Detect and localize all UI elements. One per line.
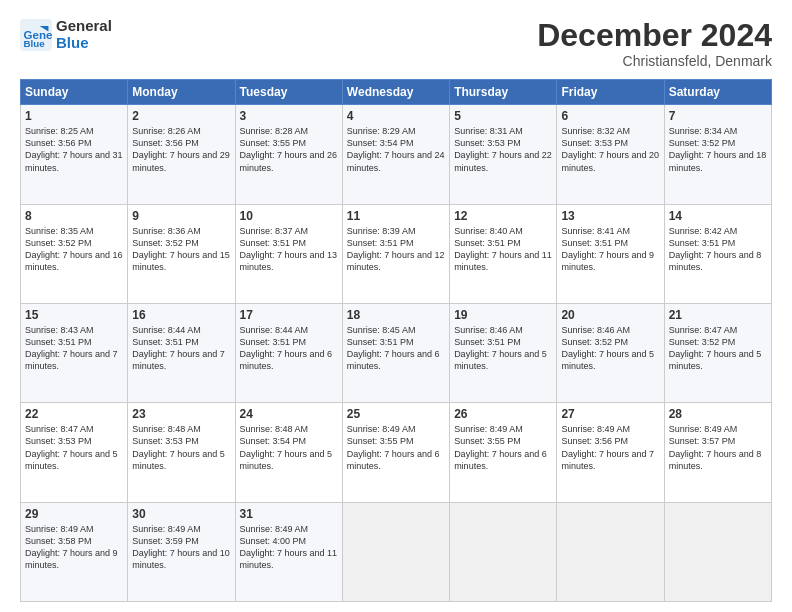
- logo-icon: General Blue: [20, 19, 52, 51]
- day-content: Sunrise: 8:46 AMSunset: 3:51 PMDaylight:…: [454, 324, 552, 373]
- calendar-day: 16Sunrise: 8:44 AMSunset: 3:51 PMDayligh…: [128, 303, 235, 402]
- header-day: Tuesday: [235, 80, 342, 105]
- day-number: 13: [561, 209, 659, 223]
- calendar-day: [342, 502, 449, 601]
- day-content: Sunrise: 8:47 AMSunset: 3:53 PMDaylight:…: [25, 423, 123, 472]
- calendar-day: 2Sunrise: 8:26 AMSunset: 3:56 PMDaylight…: [128, 105, 235, 204]
- calendar-day: 31Sunrise: 8:49 AMSunset: 4:00 PMDayligh…: [235, 502, 342, 601]
- day-number: 25: [347, 407, 445, 421]
- calendar-day: 30Sunrise: 8:49 AMSunset: 3:59 PMDayligh…: [128, 502, 235, 601]
- day-content: Sunrise: 8:34 AMSunset: 3:52 PMDaylight:…: [669, 125, 767, 174]
- day-content: Sunrise: 8:49 AMSunset: 3:59 PMDaylight:…: [132, 523, 230, 572]
- day-content: Sunrise: 8:48 AMSunset: 3:54 PMDaylight:…: [240, 423, 338, 472]
- day-number: 21: [669, 308, 767, 322]
- day-number: 4: [347, 109, 445, 123]
- day-content: Sunrise: 8:44 AMSunset: 3:51 PMDaylight:…: [132, 324, 230, 373]
- logo: General Blue General Blue: [20, 18, 112, 51]
- day-content: Sunrise: 8:32 AMSunset: 3:53 PMDaylight:…: [561, 125, 659, 174]
- day-number: 29: [25, 507, 123, 521]
- header-row: SundayMondayTuesdayWednesdayThursdayFrid…: [21, 80, 772, 105]
- calendar-day: 28Sunrise: 8:49 AMSunset: 3:57 PMDayligh…: [664, 403, 771, 502]
- day-number: 10: [240, 209, 338, 223]
- day-number: 31: [240, 507, 338, 521]
- calendar-week: 8Sunrise: 8:35 AMSunset: 3:52 PMDaylight…: [21, 204, 772, 303]
- calendar-week: 29Sunrise: 8:49 AMSunset: 3:58 PMDayligh…: [21, 502, 772, 601]
- day-number: 5: [454, 109, 552, 123]
- day-number: 17: [240, 308, 338, 322]
- calendar-day: 7Sunrise: 8:34 AMSunset: 3:52 PMDaylight…: [664, 105, 771, 204]
- header-day: Sunday: [21, 80, 128, 105]
- location: Christiansfeld, Denmark: [537, 53, 772, 69]
- day-content: Sunrise: 8:41 AMSunset: 3:51 PMDaylight:…: [561, 225, 659, 274]
- calendar-day: [450, 502, 557, 601]
- calendar-table: SundayMondayTuesdayWednesdayThursdayFrid…: [20, 79, 772, 602]
- day-content: Sunrise: 8:46 AMSunset: 3:52 PMDaylight:…: [561, 324, 659, 373]
- calendar-day: 5Sunrise: 8:31 AMSunset: 3:53 PMDaylight…: [450, 105, 557, 204]
- day-content: Sunrise: 8:39 AMSunset: 3:51 PMDaylight:…: [347, 225, 445, 274]
- calendar-day: 12Sunrise: 8:40 AMSunset: 3:51 PMDayligh…: [450, 204, 557, 303]
- calendar-day: 8Sunrise: 8:35 AMSunset: 3:52 PMDaylight…: [21, 204, 128, 303]
- day-content: Sunrise: 8:48 AMSunset: 3:53 PMDaylight:…: [132, 423, 230, 472]
- calendar-day: 23Sunrise: 8:48 AMSunset: 3:53 PMDayligh…: [128, 403, 235, 502]
- day-number: 30: [132, 507, 230, 521]
- calendar-day: 17Sunrise: 8:44 AMSunset: 3:51 PMDayligh…: [235, 303, 342, 402]
- day-number: 12: [454, 209, 552, 223]
- calendar-body: 1Sunrise: 8:25 AMSunset: 3:56 PMDaylight…: [21, 105, 772, 602]
- day-content: Sunrise: 8:44 AMSunset: 3:51 PMDaylight:…: [240, 324, 338, 373]
- svg-text:Blue: Blue: [24, 38, 46, 49]
- day-number: 8: [25, 209, 123, 223]
- calendar-day: 1Sunrise: 8:25 AMSunset: 3:56 PMDaylight…: [21, 105, 128, 204]
- day-content: Sunrise: 8:26 AMSunset: 3:56 PMDaylight:…: [132, 125, 230, 174]
- calendar-day: 21Sunrise: 8:47 AMSunset: 3:52 PMDayligh…: [664, 303, 771, 402]
- calendar-week: 22Sunrise: 8:47 AMSunset: 3:53 PMDayligh…: [21, 403, 772, 502]
- day-number: 9: [132, 209, 230, 223]
- day-number: 23: [132, 407, 230, 421]
- day-content: Sunrise: 8:49 AMSunset: 4:00 PMDaylight:…: [240, 523, 338, 572]
- day-number: 22: [25, 407, 123, 421]
- calendar-day: 14Sunrise: 8:42 AMSunset: 3:51 PMDayligh…: [664, 204, 771, 303]
- logo-general: General: [56, 18, 112, 35]
- day-content: Sunrise: 8:42 AMSunset: 3:51 PMDaylight:…: [669, 225, 767, 274]
- calendar-day: 20Sunrise: 8:46 AMSunset: 3:52 PMDayligh…: [557, 303, 664, 402]
- day-number: 7: [669, 109, 767, 123]
- day-content: Sunrise: 8:49 AMSunset: 3:55 PMDaylight:…: [347, 423, 445, 472]
- day-number: 27: [561, 407, 659, 421]
- day-number: 1: [25, 109, 123, 123]
- day-content: Sunrise: 8:28 AMSunset: 3:55 PMDaylight:…: [240, 125, 338, 174]
- calendar-day: 27Sunrise: 8:49 AMSunset: 3:56 PMDayligh…: [557, 403, 664, 502]
- day-content: Sunrise: 8:35 AMSunset: 3:52 PMDaylight:…: [25, 225, 123, 274]
- calendar-header: SundayMondayTuesdayWednesdayThursdayFrid…: [21, 80, 772, 105]
- day-number: 18: [347, 308, 445, 322]
- day-number: 24: [240, 407, 338, 421]
- calendar-day: 24Sunrise: 8:48 AMSunset: 3:54 PMDayligh…: [235, 403, 342, 502]
- header-day: Wednesday: [342, 80, 449, 105]
- calendar-day: 10Sunrise: 8:37 AMSunset: 3:51 PMDayligh…: [235, 204, 342, 303]
- calendar-day: 13Sunrise: 8:41 AMSunset: 3:51 PMDayligh…: [557, 204, 664, 303]
- day-content: Sunrise: 8:49 AMSunset: 3:55 PMDaylight:…: [454, 423, 552, 472]
- day-number: 2: [132, 109, 230, 123]
- calendar-day: 6Sunrise: 8:32 AMSunset: 3:53 PMDaylight…: [557, 105, 664, 204]
- calendar-day: 18Sunrise: 8:45 AMSunset: 3:51 PMDayligh…: [342, 303, 449, 402]
- title-block: December 2024 Christiansfeld, Denmark: [537, 18, 772, 69]
- day-content: Sunrise: 8:43 AMSunset: 3:51 PMDaylight:…: [25, 324, 123, 373]
- calendar-page: General Blue General Blue December 2024 …: [0, 0, 792, 612]
- day-number: 11: [347, 209, 445, 223]
- calendar-week: 1Sunrise: 8:25 AMSunset: 3:56 PMDaylight…: [21, 105, 772, 204]
- calendar-day: 22Sunrise: 8:47 AMSunset: 3:53 PMDayligh…: [21, 403, 128, 502]
- calendar-day: [557, 502, 664, 601]
- day-content: Sunrise: 8:49 AMSunset: 3:57 PMDaylight:…: [669, 423, 767, 472]
- calendar-day: 26Sunrise: 8:49 AMSunset: 3:55 PMDayligh…: [450, 403, 557, 502]
- logo-blue: Blue: [56, 35, 112, 52]
- day-content: Sunrise: 8:45 AMSunset: 3:51 PMDaylight:…: [347, 324, 445, 373]
- day-number: 14: [669, 209, 767, 223]
- day-content: Sunrise: 8:37 AMSunset: 3:51 PMDaylight:…: [240, 225, 338, 274]
- calendar-day: 19Sunrise: 8:46 AMSunset: 3:51 PMDayligh…: [450, 303, 557, 402]
- day-number: 3: [240, 109, 338, 123]
- calendar-day: 25Sunrise: 8:49 AMSunset: 3:55 PMDayligh…: [342, 403, 449, 502]
- day-content: Sunrise: 8:25 AMSunset: 3:56 PMDaylight:…: [25, 125, 123, 174]
- calendar-day: [664, 502, 771, 601]
- header-day: Saturday: [664, 80, 771, 105]
- header-day: Thursday: [450, 80, 557, 105]
- day-number: 6: [561, 109, 659, 123]
- calendar-week: 15Sunrise: 8:43 AMSunset: 3:51 PMDayligh…: [21, 303, 772, 402]
